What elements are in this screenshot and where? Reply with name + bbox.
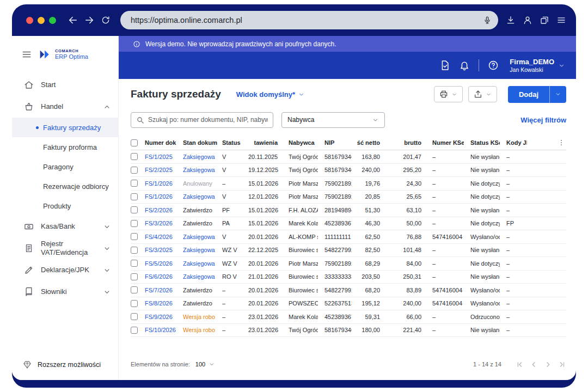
documents-icon[interactable] — [439, 60, 450, 71]
row-checkbox[interactable] — [131, 153, 138, 160]
forward-button[interactable] — [81, 12, 97, 28]
sidebar-item-paragony[interactable]: Paragony — [12, 157, 118, 176]
row-checkbox[interactable] — [131, 247, 138, 254]
table-row[interactable]: FS/1/2026ZaksięgowaV12.01.2026Piotr Mars… — [131, 191, 566, 204]
cell-nr[interactable]: FS/5/2026 — [145, 260, 183, 267]
column-header-stan-dokum[interactable]: Stan dokum — [183, 139, 222, 146]
row-checkbox[interactable] — [131, 260, 138, 267]
table-row[interactable]: FS/8/2026Zatwierdzo–20.01.2026POWSZECH52… — [131, 297, 566, 311]
cell-nr[interactable]: FS/1/2026 — [145, 193, 183, 200]
row-checkbox[interactable] — [131, 193, 138, 200]
table-row[interactable]: FS/10/2026Wersja robo–23.01.2026Twój Ogr… — [131, 324, 566, 338]
sidebar-item-rejestr-vat-ewidencja[interactable]: Rejestr VAT/Ewidencja — [12, 237, 118, 259]
view-selector[interactable]: Widok domyślny* — [236, 90, 305, 99]
table-row[interactable]: FS/1/2026Anulowany–15.01.2026Piotr Marsz… — [131, 177, 566, 191]
sidebar-item-faktury-proforma[interactable]: Faktury proforma — [12, 137, 118, 157]
column-header-numer-dok[interactable]: Numer dok — [145, 139, 183, 146]
sidebar-item-s-owniki[interactable]: Słowniki — [12, 281, 118, 303]
column-header-nabywca[interactable]: Nabywca — [282, 139, 318, 146]
search-box[interactable] — [131, 112, 273, 128]
print-button[interactable] — [434, 86, 463, 102]
sidebar-item-label: Kasa/Bank — [41, 222, 96, 231]
sidebar-item-kasa-bank[interactable]: Kasa/Bank — [12, 216, 118, 237]
table-row[interactable]: FS/7/2026Zatwierdzo–20.01.2026Biurowiec … — [131, 284, 566, 297]
sidebar-item-start[interactable]: Start — [12, 74, 118, 96]
row-checkbox[interactable] — [131, 286, 138, 293]
more-filters-link[interactable]: Więcej filtrów — [520, 116, 566, 124]
reload-button[interactable] — [97, 12, 114, 28]
cell-nr[interactable]: FS/1/2025 — [145, 154, 183, 160]
company-menu[interactable]: Firma_DEMO Jan Kowalski — [510, 58, 565, 73]
cell-nr[interactable]: FS/4/2026 — [145, 234, 183, 240]
search-input[interactable] — [148, 116, 268, 124]
sidebar-item-produkty[interactable]: Produkty — [12, 196, 118, 216]
address-bar[interactable]: https://optima.online.comarch.pl — [120, 11, 498, 29]
row-checkbox[interactable] — [131, 300, 138, 307]
previous-page-button[interactable] — [530, 360, 538, 369]
expand-capabilities-button[interactable]: Rozszerz możliwości — [12, 353, 118, 380]
add-dropdown-button[interactable] — [550, 86, 566, 103]
cell-nr[interactable]: FS/3/2026 — [145, 220, 183, 226]
sidebar-item-rezerwacje-odbiorcy[interactable]: Rezerwacje odbiorcy — [12, 176, 118, 196]
profile-icon[interactable] — [523, 15, 532, 25]
row-checkbox[interactable] — [131, 233, 138, 240]
cell-nr[interactable]: FS/2/2025 — [145, 167, 183, 173]
maximize-window-button[interactable] — [49, 17, 56, 24]
table-row[interactable]: FS/4/2026ZaksięgowaV20.01.2026AL-KOMP s1… — [131, 230, 566, 244]
row-checkbox[interactable] — [131, 313, 138, 320]
cell-nr[interactable]: FS/8/2026 — [145, 300, 183, 307]
table-row[interactable]: FS/9/2026Wersja robo–23.01.2026Marek Kol… — [131, 310, 566, 324]
column-header-tawienia[interactable]: tawienia — [248, 139, 282, 146]
help-icon[interactable] — [488, 60, 499, 71]
download-icon[interactable] — [506, 15, 516, 25]
column-header-status[interactable]: Status — [222, 139, 248, 146]
column-header-status-ksef[interactable]: Status KSeF — [464, 139, 500, 146]
row-checkbox[interactable] — [131, 273, 138, 280]
row-checkbox[interactable] — [131, 167, 138, 174]
cell-nr[interactable]: FS/7/2026 — [145, 287, 183, 293]
sidebar-item-faktury-sprzeda-y[interactable]: Faktury sprzedaży — [12, 118, 118, 137]
browser-menu-icon[interactable] — [556, 15, 566, 25]
column-header-netto[interactable]: ść netto — [352, 139, 384, 146]
table-row[interactable]: FS/3/2026ZatwierdzoPA15.01.2026Marek Kol… — [131, 217, 566, 231]
next-page-button[interactable] — [544, 360, 552, 369]
notifications-icon[interactable] — [459, 60, 470, 71]
cell-nr[interactable]: FS/10/2026 — [145, 327, 183, 333]
row-checkbox[interactable] — [131, 220, 138, 227]
row-checkbox[interactable] — [131, 327, 138, 334]
table-row[interactable]: FS/1/2025ZaksięgowaV20.11.2025Twój Ogród… — [131, 150, 566, 164]
select-all-checkbox[interactable] — [131, 139, 138, 146]
export-button[interactable] — [468, 86, 497, 102]
table-row[interactable]: FS/6/2026ZaksięgowaRO V21.01.2026Biurowi… — [131, 271, 566, 284]
column-header-numer-kse[interactable]: Numer KSe — [426, 139, 464, 146]
first-page-button[interactable] — [516, 360, 524, 369]
cell-nr[interactable]: FS/9/2026 — [145, 314, 183, 320]
sidebar-item-handel[interactable]: Handel — [12, 96, 118, 118]
table-row[interactable]: FS/3/2025ZaksięgowaWZ V22.12.2025Biurowi… — [131, 244, 566, 258]
back-button[interactable] — [65, 12, 81, 28]
table-row[interactable]: FS/2/2026ZatwierdzoPF15.01.2026F.H. ALOZ… — [131, 204, 566, 217]
column-header-nip[interactable]: NIP — [318, 139, 352, 146]
microphone-icon[interactable] — [483, 16, 492, 24]
add-button[interactable]: Dodaj — [508, 86, 550, 103]
column-options-icon[interactable] — [558, 139, 565, 146]
per-page-select[interactable]: 100 — [195, 361, 215, 367]
row-checkbox[interactable] — [131, 180, 138, 187]
cell-nr[interactable]: FS/3/2025 — [145, 247, 183, 253]
cell-nr[interactable]: FS/1/2026 — [145, 180, 183, 187]
last-page-button[interactable] — [558, 360, 566, 369]
close-window-button[interactable] — [26, 17, 33, 24]
sidebar-item-deklaracje-jpk[interactable]: Deklaracje/JPK — [12, 259, 118, 281]
cell-nr[interactable]: FS/6/2026 — [145, 273, 183, 280]
table-row[interactable]: FS/2/2025ZaksięgowaV19.12.2025Twój Ogród… — [131, 164, 566, 177]
table-row[interactable]: FS/5/2026ZaksięgowaWZ V20.01.2026Piotr M… — [131, 257, 566, 271]
row-checkbox[interactable] — [131, 206, 138, 213]
cell-net: 195,12 — [352, 300, 384, 307]
column-header-kody-jpk-v[interactable]: Kody JPK_V — [500, 139, 527, 146]
buyer-filter[interactable]: Nabywca — [281, 112, 385, 128]
minimize-window-button[interactable] — [38, 17, 45, 24]
column-header-brutto[interactable]: brutto — [384, 139, 426, 146]
tabs-icon[interactable] — [540, 15, 549, 25]
cell-nr[interactable]: FS/2/2026 — [145, 207, 183, 213]
sidebar-menu-icon[interactable] — [21, 49, 32, 60]
